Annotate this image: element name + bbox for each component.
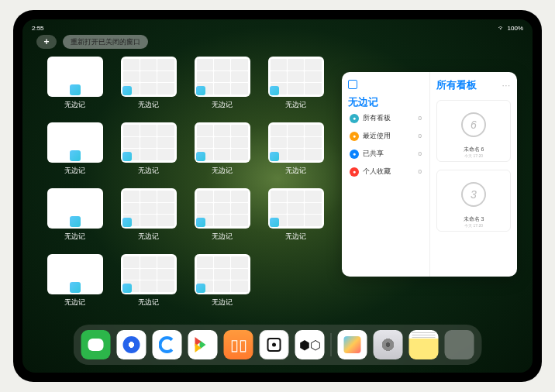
wifi-icon: ᯤ: [498, 25, 505, 32]
category-icon: ●: [350, 167, 359, 177]
app-thumbnail[interactable]: 无边记: [267, 122, 325, 176]
dock-app-appfolder[interactable]: [445, 330, 474, 359]
category-label: 个人收藏: [363, 167, 391, 177]
sketch-icon: 3: [461, 182, 486, 207]
thumb-label: 无边记: [138, 297, 159, 308]
board-card[interactable]: 3未命名 3今天 17:20: [436, 170, 511, 232]
more-options-icon[interactable]: ···: [502, 81, 511, 90]
reopen-closed-window-button[interactable]: 重新打开已关闭的窗口: [63, 35, 148, 49]
dock-app-dice[interactable]: [260, 330, 289, 359]
category-count: 0: [419, 168, 422, 175]
thumb-label: 无边记: [212, 232, 233, 242]
thumb-label: 无边记: [285, 166, 306, 176]
thumb-label: 无边记: [212, 166, 233, 176]
category-icon: ●: [350, 114, 359, 123]
sketch-icon: 6: [461, 112, 486, 137]
category-label: 所有看板: [363, 113, 391, 123]
status-time: 2:55: [32, 25, 44, 32]
popup-left-title: 无边记: [348, 95, 423, 109]
screen: 2:55 ᯤ 100% + 重新打开已关闭的窗口 无边记无边记无边记无边记无边记…: [22, 19, 533, 373]
thumb-label: 无边记: [138, 166, 159, 176]
sidebar-item[interactable]: ●已共享0: [348, 145, 423, 163]
thumb-label: 无边记: [212, 297, 233, 308]
category-icon: ●: [350, 132, 359, 141]
dock-app-quark[interactable]: [117, 330, 147, 359]
app-thumbnail[interactable]: 无边记: [119, 122, 178, 176]
app-thumbnail[interactable]: 无边记: [193, 57, 251, 110]
app-thumbnail[interactable]: 无边记: [193, 254, 251, 308]
dock-separator: [331, 333, 332, 356]
category-count: 0: [419, 150, 422, 157]
thumb-label: 无边记: [212, 100, 233, 110]
dock-app-freeform[interactable]: [338, 330, 367, 359]
dock: ▯▯⬢⬡: [74, 325, 482, 365]
app-switcher-grid: 无边记无边记无边记无边记无边记无边记无边记无边记无边记无边记无边记无边记无边记无…: [46, 57, 325, 308]
category-label: 最近使用: [363, 131, 391, 141]
thumb-label: 无边记: [64, 166, 85, 176]
thumb-label: 无边记: [64, 232, 85, 242]
thumb-label: 无边记: [138, 232, 159, 242]
app-thumbnail[interactable]: 无边记: [267, 188, 325, 242]
battery-label: 100%: [508, 25, 523, 32]
app-thumbnail[interactable]: 无边记: [193, 188, 251, 242]
sidebar-item[interactable]: ●个人收藏0: [348, 163, 423, 181]
dock-app-qqbrowser[interactable]: [153, 330, 182, 359]
board-name: 未命名 3: [440, 215, 507, 223]
app-thumbnail[interactable]: 无边记: [119, 254, 178, 308]
dock-app-notes[interactable]: [409, 330, 439, 359]
thumb-label: 无边记: [285, 232, 306, 242]
sidebar-item[interactable]: ●最近使用0: [348, 127, 423, 145]
dock-app-play[interactable]: [188, 330, 218, 359]
thumb-label: 无边记: [64, 100, 85, 110]
popup-sidebar: 无边记 ●所有看板0●最近使用0●已共享0●个人收藏0: [342, 72, 430, 277]
thumb-label: 无边记: [138, 100, 159, 110]
freeform-popup: 无边记 ●所有看板0●最近使用0●已共享0●个人收藏0 所有看板 ··· 6未命…: [342, 72, 517, 277]
category-icon: ●: [350, 150, 359, 159]
app-thumbnail[interactable]: 无边记: [119, 188, 178, 242]
category-count: 0: [419, 115, 422, 122]
app-thumbnail[interactable]: 无边记: [46, 57, 104, 110]
category-label: 已共享: [363, 149, 384, 159]
dock-app-nodes[interactable]: ⬢⬡: [295, 330, 325, 359]
new-window-button[interactable]: +: [36, 35, 57, 49]
top-controls: + 重新打开已关闭的窗口: [36, 35, 148, 49]
sidebar-item[interactable]: ●所有看板0: [348, 109, 423, 127]
sidebar-toggle-icon[interactable]: [348, 80, 357, 89]
dock-app-settings[interactable]: [374, 330, 403, 359]
dock-app-books[interactable]: ▯▯: [224, 330, 253, 359]
thumb-label: 无边记: [285, 100, 306, 110]
status-bar: 2:55 ᯤ 100%: [22, 22, 533, 33]
board-name: 未命名 6: [440, 146, 507, 153]
board-card[interactable]: 6未命名 6今天 17:20: [436, 100, 511, 162]
popup-content: 所有看板 ··· 6未命名 6今天 17:203未命名 3今天 17:20: [430, 72, 517, 277]
app-thumbnail[interactable]: 无边记: [46, 122, 104, 176]
thumb-label: 无边记: [64, 297, 85, 308]
category-count: 0: [419, 132, 422, 139]
popup-right-title: 所有看板: [436, 78, 477, 92]
app-thumbnail[interactable]: 无边记: [46, 254, 104, 308]
app-thumbnail[interactable]: 无边记: [119, 57, 178, 110]
app-thumbnail[interactable]: 无边记: [46, 188, 104, 242]
app-thumbnail[interactable]: 无边记: [267, 57, 325, 110]
board-time: 今天 17:20: [440, 223, 507, 228]
board-time: 今天 17:20: [440, 153, 507, 158]
ipad-frame: 2:55 ᯤ 100% + 重新打开已关闭的窗口 无边记无边记无边记无边记无边记…: [13, 10, 542, 382]
app-thumbnail[interactable]: 无边记: [193, 122, 251, 176]
dock-app-wechat[interactable]: [81, 330, 111, 359]
